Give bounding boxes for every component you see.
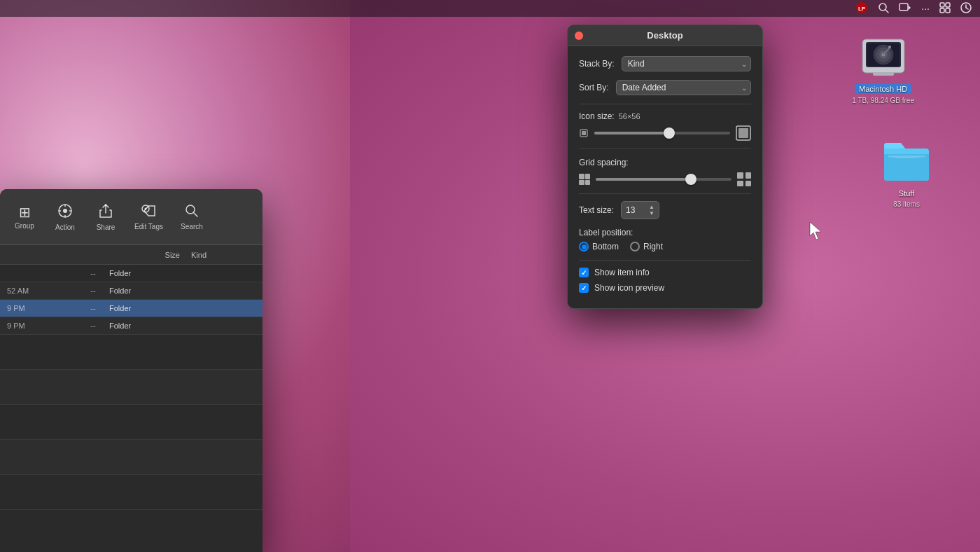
table-row[interactable]: 9 PM -- Folder	[0, 317, 262, 335]
table-row-empty-4	[0, 440, 262, 475]
stuff-folder-svg	[881, 140, 932, 182]
svg-rect-4	[899, 4, 908, 11]
col-size-header[interactable]: Size	[130, 251, 186, 259]
panel-close-button[interactable]	[575, 32, 583, 40]
label-bottom-radio[interactable]	[579, 242, 589, 251]
table-row[interactable]: 9 PM -- Folder	[0, 300, 262, 317]
edit-tags-label: Edit Tags	[134, 223, 163, 230]
toolbar-share[interactable]: Share	[88, 199, 123, 235]
finder-file-list: -- Folder 52 AM -- Folder 9 PM -- Folder…	[0, 265, 262, 510]
text-size-label: Text size:	[579, 205, 614, 215]
label-right-radio[interactable]	[630, 242, 640, 251]
action-icon	[57, 203, 73, 222]
grid-spacing-track[interactable]	[596, 178, 732, 181]
divider-1	[579, 104, 751, 104]
show-item-info-checkbox[interactable]	[579, 268, 589, 277]
group-icon: ⊞	[19, 204, 31, 221]
panel-body: Stack By: Kind None Date Modified Date C…	[568, 46, 762, 308]
lastpass-icon[interactable]: LP	[855, 1, 868, 16]
row-kind-2: Folder	[109, 287, 131, 295]
text-size-arrows[interactable]: ▲▼	[649, 204, 654, 216]
label-right-text: Right	[643, 242, 663, 251]
row-date-2: 52 AM	[7, 287, 77, 295]
stuff-sublabel: 83 items	[893, 200, 920, 208]
view-options-panel: Desktop Stack By: Kind None Date Modifie…	[567, 25, 763, 309]
grid-spacing-label: Grid spacing:	[579, 158, 629, 167]
table-row[interactable]: -- Folder	[0, 265, 262, 282]
svg-rect-7	[946, 3, 950, 7]
svg-line-22	[194, 213, 197, 216]
action-label: Action	[55, 223, 75, 231]
stack-by-row: Stack By: Kind None Date Modified Date C…	[579, 56, 751, 71]
label-position-label: Label position:	[579, 228, 751, 237]
row-size-3: --	[83, 304, 104, 312]
label-bottom-text: Bottom	[592, 242, 619, 251]
show-item-info-row: Show item info	[579, 268, 751, 277]
menu-bar: LP ···	[0, 0, 980, 17]
stack-by-label: Stack By:	[579, 59, 615, 69]
stack-by-select-wrapper: Kind None Date Modified Date Created Dat…	[622, 56, 751, 71]
svg-text:LP: LP	[858, 6, 866, 12]
group-label: Group	[15, 222, 34, 230]
toolbar-group[interactable]: ⊞ Group	[7, 200, 42, 234]
table-row-empty-1	[0, 335, 262, 370]
finder-window: ⊞ Group Action	[0, 189, 262, 552]
share-icon	[99, 203, 113, 222]
icon-size-value: 56×56	[619, 112, 640, 120]
finder-column-headers: Size Kind	[0, 245, 262, 265]
label-bottom-option[interactable]: Bottom	[579, 242, 619, 251]
svg-line-12	[966, 8, 968, 9]
row-size-4: --	[83, 322, 104, 330]
panel-title: Desktop	[647, 30, 682, 41]
show-icon-preview-label: Show icon preview	[594, 283, 664, 293]
sort-by-select[interactable]: Date Added None Name Kind Date Modified …	[616, 80, 751, 95]
hd-name-label: Macintosh HD	[855, 84, 911, 94]
search-label: Search	[181, 223, 203, 230]
svg-rect-24	[582, 131, 586, 135]
grid-spacing-section: Grid spacing:	[579, 156, 751, 186]
toolbar-action[interactable]: Action	[48, 199, 83, 235]
grid-compact-icon	[579, 174, 590, 185]
show-icon-preview-checkbox[interactable]	[579, 283, 589, 293]
desktop-icon-macintosh-hd[interactable]: Macintosh HD 1 TB, 98.24 GB free	[849, 28, 917, 107]
svg-point-14	[63, 209, 67, 213]
more-menu-icon[interactable]: ···	[921, 3, 930, 14]
svg-rect-8	[940, 8, 944, 13]
sort-by-select-wrapper: Date Added None Name Kind Date Modified …	[616, 80, 751, 95]
divider-2	[579, 148, 751, 149]
hd-drive-svg	[859, 34, 908, 79]
text-size-spinner[interactable]: 13 ▲▼	[621, 201, 659, 219]
grid-spacious-icon	[737, 172, 751, 186]
svg-line-3	[886, 10, 888, 13]
toolbar-search[interactable]: Search	[174, 200, 209, 235]
row-date-4: 9 PM	[7, 322, 77, 330]
svg-rect-6	[940, 3, 944, 7]
table-row-empty-5	[0, 475, 262, 510]
control-center-icon[interactable]	[939, 2, 951, 15]
screen-record-icon[interactable]	[899, 2, 911, 15]
icon-size-track[interactable]	[594, 132, 730, 134]
col-kind-header[interactable]: Kind	[186, 251, 255, 259]
table-row[interactable]: 52 AM -- Folder	[0, 282, 262, 300]
stack-by-select[interactable]: Kind None Date Modified Date Created Dat…	[622, 56, 751, 71]
stuff-name-label: Stuff	[899, 189, 914, 198]
row-kind-1: Folder	[109, 269, 131, 277]
show-item-info-label: Show item info	[594, 268, 650, 277]
svg-point-35	[888, 46, 891, 48]
icon-size-label: Icon size:	[579, 111, 615, 121]
panel-title-bar: Desktop	[568, 25, 762, 46]
text-size-value: 13	[626, 205, 635, 215]
row-kind-3: Folder	[109, 304, 131, 312]
finder-toolbar: ⊞ Group Action	[0, 189, 262, 245]
desktop-icon-stuff[interactable]: Stuff 83 items	[878, 133, 934, 211]
label-position-row: Label position: Bottom Right	[579, 228, 751, 251]
toolbar-edit-tags[interactable]: Edit Tags	[129, 200, 169, 235]
spotlight-icon[interactable]	[878, 2, 889, 15]
divider-4	[579, 260, 751, 261]
svg-rect-26	[738, 128, 748, 138]
icon-size-small-icon	[579, 128, 589, 138]
clock-icon[interactable]	[960, 2, 972, 15]
icon-size-slider-container	[579, 125, 751, 141]
label-right-option[interactable]: Right	[630, 242, 663, 251]
share-label: Share	[97, 223, 115, 231]
